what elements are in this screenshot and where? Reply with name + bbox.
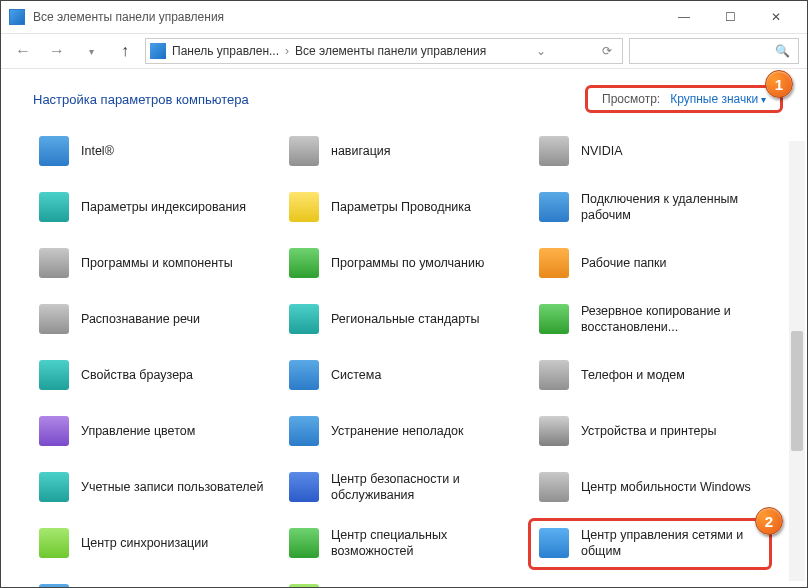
item-label: Резервное копирование и восстановлени... bbox=[581, 303, 769, 336]
item-icon bbox=[37, 526, 71, 560]
control-panel-item[interactable]: Электропитание bbox=[283, 577, 523, 588]
chevron-right-icon: › bbox=[285, 44, 289, 58]
control-panel-item[interactable]: Подключения к удаленным рабочим bbox=[533, 185, 773, 229]
control-panel-item[interactable]: Центр безопасности и обслуживания bbox=[283, 465, 523, 509]
item-icon bbox=[37, 134, 71, 168]
item-label: Параметры индексирования bbox=[81, 199, 246, 215]
item-icon bbox=[287, 358, 321, 392]
item-icon bbox=[537, 470, 571, 504]
control-panel-item[interactable]: Центр специальных возможностей bbox=[283, 521, 523, 565]
item-icon bbox=[537, 134, 571, 168]
breadcrumb[interactable]: Панель управлен... › Все элементы панели… bbox=[172, 44, 486, 58]
item-icon bbox=[37, 470, 71, 504]
control-panel-item[interactable]: Программы по умолчанию bbox=[283, 241, 523, 285]
item-label: Свойства браузера bbox=[81, 367, 193, 383]
control-panel-item[interactable]: Резервное копирование и восстановлени... bbox=[533, 297, 773, 341]
view-value[interactable]: Крупные значки bbox=[670, 92, 766, 106]
control-panel-item[interactable]: Устранение неполадок bbox=[283, 409, 523, 453]
item-icon bbox=[287, 246, 321, 280]
item-icon bbox=[537, 246, 571, 280]
recent-dropdown[interactable]: ▾ bbox=[77, 37, 105, 65]
item-label: Рабочие папки bbox=[581, 255, 667, 271]
item-label: Региональные стандарты bbox=[331, 311, 480, 327]
item-label: Программы по умолчанию bbox=[331, 255, 484, 271]
close-button[interactable]: ✕ bbox=[753, 3, 799, 31]
item-label: Центр синхронизации bbox=[81, 535, 208, 551]
control-panel-item[interactable]: Устройства и принтеры bbox=[533, 409, 773, 453]
addr-dropdown[interactable]: ⌄ bbox=[530, 44, 552, 58]
view-label: Просмотр: bbox=[602, 92, 660, 106]
control-panel-item[interactable]: Свойства браузера bbox=[33, 353, 273, 397]
control-panel-item[interactable]: Региональные стандарты bbox=[283, 297, 523, 341]
item-label: Устройства и принтеры bbox=[581, 423, 716, 439]
control-panel-item[interactable]: Центр синхронизации bbox=[33, 521, 273, 565]
item-icon bbox=[287, 470, 321, 504]
item-label: Центр мобильности Windows bbox=[581, 479, 751, 495]
control-panel-item[interactable]: Параметры Проводника bbox=[283, 185, 523, 229]
address-bar[interactable]: Панель управлен... › Все элементы панели… bbox=[145, 38, 623, 64]
control-panel-item[interactable]: Рабочие папки bbox=[533, 241, 773, 285]
control-panel-item[interactable]: Центр управления сетями и общим bbox=[533, 521, 773, 565]
page-title: Настройка параметров компьютера bbox=[33, 92, 249, 107]
item-icon bbox=[537, 526, 571, 560]
item-icon bbox=[537, 414, 571, 448]
scrollbar-thumb[interactable] bbox=[791, 331, 803, 451]
item-icon bbox=[537, 358, 571, 392]
item-icon bbox=[287, 190, 321, 224]
refresh-button[interactable]: ⟳ bbox=[596, 44, 618, 58]
breadcrumb-seg[interactable]: Все элементы панели управления bbox=[295, 44, 486, 58]
back-button[interactable]: ← bbox=[9, 37, 37, 65]
item-icon bbox=[287, 414, 321, 448]
control-panel-item[interactable]: NVIDIA bbox=[533, 129, 773, 173]
item-label: Учетные записи пользователей bbox=[81, 479, 264, 495]
control-panel-item[interactable]: Телефон и модем bbox=[533, 353, 773, 397]
item-icon bbox=[37, 358, 71, 392]
app-icon bbox=[9, 9, 25, 25]
item-icon bbox=[537, 302, 571, 336]
item-label: Подключения к удаленным рабочим bbox=[581, 191, 769, 224]
item-label: Распознавание речи bbox=[81, 311, 200, 327]
up-button[interactable]: ↑ bbox=[111, 37, 139, 65]
items-grid: Intel®навигацияNVIDIAПараметры индексиро… bbox=[33, 129, 783, 588]
control-panel-item[interactable]: Программы и компоненты bbox=[33, 241, 273, 285]
item-label: навигация bbox=[331, 143, 391, 159]
maximize-button[interactable]: ☐ bbox=[707, 3, 753, 31]
item-label: Система bbox=[331, 367, 381, 383]
item-icon bbox=[37, 246, 71, 280]
item-icon bbox=[287, 526, 321, 560]
control-panel-item[interactable]: Управление цветом bbox=[33, 409, 273, 453]
item-label: Управление цветом bbox=[81, 423, 195, 439]
item-label: Параметры Проводника bbox=[331, 199, 471, 215]
item-label: NVIDIA bbox=[581, 143, 623, 159]
item-label: Программы и компоненты bbox=[81, 255, 233, 271]
location-icon bbox=[150, 43, 166, 59]
annotation-badge-1: 1 bbox=[765, 70, 793, 98]
item-icon bbox=[37, 582, 71, 588]
vertical-scrollbar[interactable] bbox=[789, 141, 805, 581]
view-selector[interactable]: Просмотр: Крупные значки 1 bbox=[585, 85, 783, 113]
content-area: Настройка параметров компьютера Просмотр… bbox=[1, 69, 807, 588]
control-panel-item[interactable]: Система bbox=[283, 353, 523, 397]
control-panel-item[interactable]: навигация bbox=[283, 129, 523, 173]
control-panel-item[interactable]: Распознавание речи bbox=[33, 297, 273, 341]
item-label: Телефон и модем bbox=[581, 367, 685, 383]
search-icon: 🔍 bbox=[775, 44, 790, 58]
item-icon bbox=[37, 414, 71, 448]
control-panel-item[interactable]: Шрифты bbox=[33, 577, 273, 588]
item-icon bbox=[287, 582, 321, 588]
item-label: Устранение неполадок bbox=[331, 423, 463, 439]
window-title: Все элементы панели управления bbox=[33, 10, 661, 24]
search-input[interactable]: 🔍 bbox=[629, 38, 799, 64]
minimize-button[interactable]: — bbox=[661, 3, 707, 31]
breadcrumb-seg[interactable]: Панель управлен... bbox=[172, 44, 279, 58]
control-panel-item[interactable]: Intel® bbox=[33, 129, 273, 173]
control-panel-item[interactable]: Параметры индексирования bbox=[33, 185, 273, 229]
item-label: Центр безопасности и обслуживания bbox=[331, 471, 519, 504]
navbar: ← → ▾ ↑ Панель управлен... › Все элемент… bbox=[1, 33, 807, 69]
item-label: Центр управления сетями и общим bbox=[581, 527, 769, 560]
control-panel-item[interactable]: Центр мобильности Windows bbox=[533, 465, 773, 509]
item-icon bbox=[287, 134, 321, 168]
control-panel-item[interactable]: Учетные записи пользователей bbox=[33, 465, 273, 509]
item-icon bbox=[287, 302, 321, 336]
forward-button[interactable]: → bbox=[43, 37, 71, 65]
